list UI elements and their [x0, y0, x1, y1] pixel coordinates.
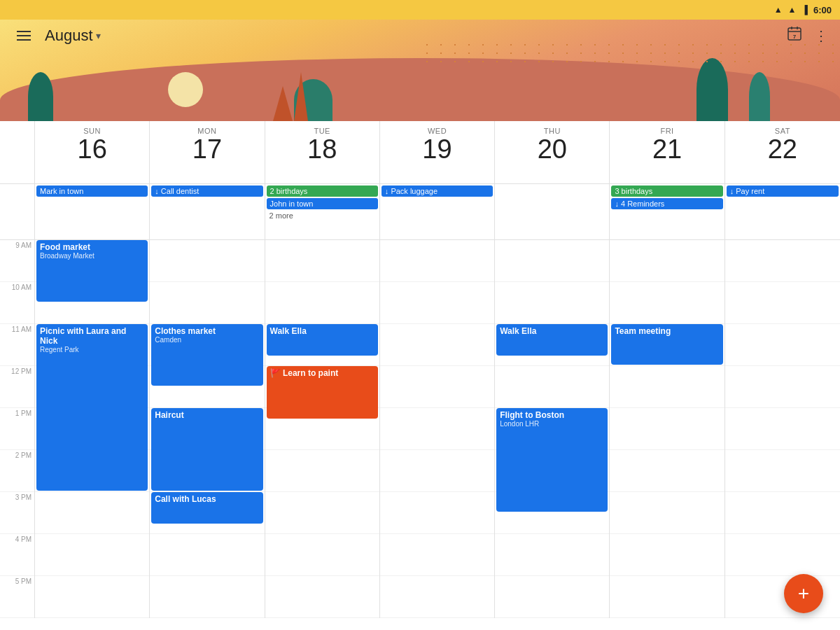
timeslot-3pm: 3 PM: [0, 492, 34, 534]
hamburger-line1: [17, 31, 31, 32]
day-header-thu: Thu 20: [495, 121, 610, 183]
day-headers: Sun 16 Mon 17 Tue 18 Wed 19 Thu 20 Fri 2…: [0, 121, 840, 184]
header-nav: August ▾ 7 ⋮: [11, 25, 829, 46]
event-clothes-market[interactable]: Clothes market Camden: [151, 324, 262, 386]
battery-icon: ▐: [802, 5, 808, 15]
illus-cone2: [294, 72, 308, 121]
allday-cell-sun: Mark in town: [35, 184, 150, 239]
event-picnic-sub: Regent Park: [40, 346, 144, 354]
hamburger-line3: [17, 39, 31, 41]
event-walk-ella-tue[interactable]: Walk Ella: [267, 324, 378, 356]
header-area: August ▾ 7 ⋮: [0, 20, 840, 121]
time-gutter-header: [0, 121, 35, 183]
event-food-market-sub: Broadway Market: [40, 252, 144, 260]
day-header-tue: Tue 18: [265, 121, 380, 183]
event-picnic-title: Picnic with Laura and Nick: [40, 326, 144, 346]
timeslot-4pm: 4 PM: [0, 534, 34, 576]
day-number-sun: 16: [39, 135, 145, 164]
illus-tree4: [749, 72, 770, 121]
month-title[interactable]: August ▾: [45, 27, 101, 45]
day-header-fri: Fri 21: [610, 121, 724, 183]
month-label: August: [45, 27, 93, 45]
day-col-wed: [380, 240, 495, 618]
allday-cell-mon: ↓ Call dentist: [150, 184, 265, 239]
allday-cell-wed: ↓ Pack luggage: [380, 184, 495, 239]
event-2-birthdays[interactable]: 2 birthdays: [267, 186, 378, 197]
event-team-meeting[interactable]: Team meeting: [611, 324, 722, 365]
more-link-tue[interactable]: 2 more: [267, 211, 378, 220]
time-grid: 9 AM 10 AM 11 AM 12 PM 1 PM 2 PM 3 PM 4 …: [0, 240, 840, 630]
allday-row: Mark in town ↓ Call dentist 2 birthdays …: [0, 184, 840, 240]
allday-gutter: [0, 184, 35, 239]
event-clothes-market-sub: Camden: [155, 336, 259, 344]
calendar-today-button[interactable]: 7: [786, 25, 803, 46]
event-flight-boston[interactable]: Flight to Boston London LHR: [496, 408, 608, 512]
event-haircut[interactable]: Haircut: [151, 408, 262, 491]
event-walk-ella-thu[interactable]: Walk Ella: [496, 324, 608, 356]
time-column: 9 AM 10 AM 11 AM 12 PM 1 PM 2 PM 3 PM 4 …: [0, 240, 35, 618]
event-call-lucas[interactable]: Call with Lucas: [151, 492, 262, 524]
svg-text:7: 7: [793, 34, 797, 40]
timeslot-2pm: 2 PM: [0, 450, 34, 492]
event-team-meeting-title: Team meeting: [615, 326, 719, 336]
event-mark-in-town[interactable]: Mark in town: [36, 186, 148, 197]
day-header-mon: Mon 17: [150, 121, 265, 183]
allday-cell-sat: ↓ Pay rent: [725, 184, 840, 239]
event-pack-luggage[interactable]: ↓ Pack luggage: [382, 186, 493, 197]
day-number-mon: 17: [154, 135, 260, 164]
hour-sun-4: [35, 534, 149, 576]
illus-sun: [168, 72, 203, 107]
timeslot-9am: 9 AM: [0, 240, 34, 282]
day-header-wed: Wed 19: [380, 121, 495, 183]
event-picnic[interactable]: Picnic with Laura and Nick Regent Park: [36, 324, 148, 491]
signal-icon: ▲: [788, 5, 797, 15]
event-learn-paint[interactable]: 🚩 Learn to paint: [267, 366, 378, 419]
allday-cell-fri: 3 birthdays ↓ 4 Reminders: [610, 184, 724, 239]
day-number-tue: 18: [270, 135, 375, 164]
header-right: 7 ⋮: [786, 25, 829, 46]
add-event-fab[interactable]: +: [784, 574, 823, 613]
timeslot-11am: 11 AM: [0, 324, 34, 366]
hamburger-line2: [17, 35, 31, 36]
event-clothes-market-title: Clothes market: [155, 326, 259, 336]
illus-cone1: [273, 86, 293, 121]
hour-sun-5: [35, 576, 149, 618]
day-number-wed: 19: [384, 135, 490, 164]
day-header-sun: Sun 16: [35, 121, 150, 183]
day-col-fri: Team meeting: [610, 240, 724, 618]
event-walk-ella-tue-title: Walk Ella: [270, 326, 374, 336]
illus-tree1: [28, 72, 53, 121]
timeslot-10am: 10 AM: [0, 282, 34, 324]
event-learn-paint-title: 🚩 Learn to paint: [270, 368, 374, 378]
day-number-sat: 22: [729, 135, 836, 164]
event-3-birthdays[interactable]: 3 birthdays: [611, 186, 722, 197]
day-number-thu: 20: [499, 135, 605, 164]
calendar-icon: 7: [786, 25, 803, 42]
event-food-market-title: Food market: [40, 242, 144, 252]
day-col-sat: [725, 240, 840, 618]
hour-sun-3: [35, 492, 149, 534]
wifi-icon: ▲: [774, 5, 783, 15]
day-col-thu: Walk Ella Flight to Boston London LHR: [495, 240, 610, 618]
day-col-tue: Walk Ella 🚩 Learn to paint: [265, 240, 380, 618]
event-food-market[interactable]: Food market Broadway Market: [36, 240, 148, 302]
menu-button[interactable]: [11, 28, 36, 43]
more-options-button[interactable]: ⋮: [814, 27, 829, 44]
event-call-dentist[interactable]: ↓ Call dentist: [151, 186, 262, 197]
allday-cell-tue: 2 birthdays John in town 2 more: [265, 184, 380, 239]
event-flight-boston-title: Flight to Boston: [500, 410, 604, 420]
event-john-in-town[interactable]: John in town: [267, 198, 378, 209]
status-bar: ▲ ▲ ▐ 6:00: [0, 0, 840, 20]
day-header-sat: Sat 22: [725, 121, 840, 183]
status-time: 6:00: [813, 5, 832, 15]
event-haircut-title: Haircut: [155, 410, 259, 420]
timeslot-5pm: 5 PM: [0, 576, 34, 618]
calendar-container: Sun 16 Mon 17 Tue 18 Wed 19 Thu 20 Fri 2…: [0, 121, 840, 630]
day-col-mon: Clothes market Camden Haircut Call with …: [150, 240, 265, 618]
event-call-lucas-title: Call with Lucas: [155, 494, 259, 504]
event-walk-ella-thu-title: Walk Ella: [500, 326, 604, 336]
timeslot-1pm: 1 PM: [0, 408, 34, 450]
event-4-reminders[interactable]: ↓ 4 Reminders: [611, 198, 722, 209]
event-flight-boston-sub: London LHR: [500, 420, 604, 428]
event-pay-rent[interactable]: ↓ Pay rent: [727, 186, 839, 197]
